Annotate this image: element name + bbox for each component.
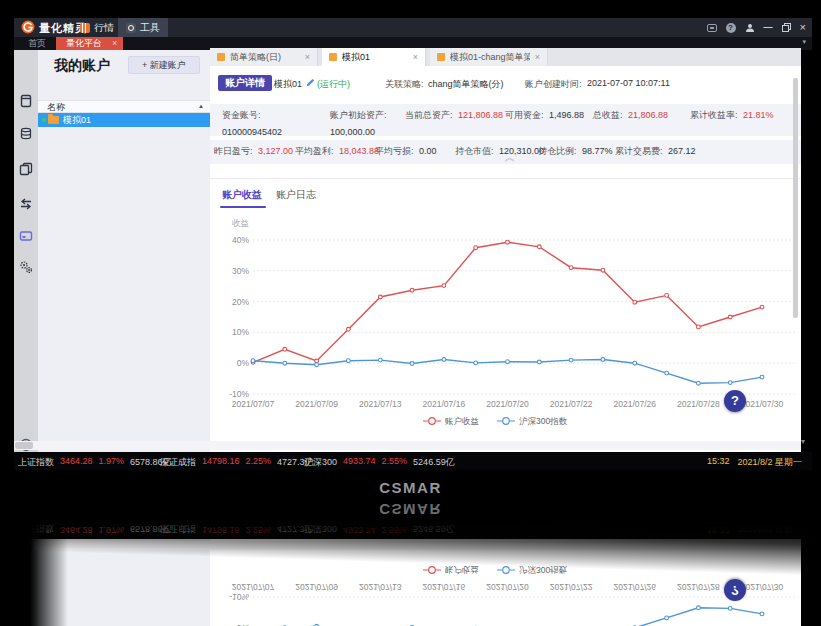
menu-tab-quotes[interactable]: 行情 (72, 18, 122, 37)
clock: 15:32 2021/8/2 星期一 (707, 456, 802, 469)
svg-text:2021/07/13: 2021/07/13 (359, 399, 402, 409)
doc-icon (329, 53, 337, 61)
svg-text:2021/07/16: 2021/07/16 (423, 399, 466, 409)
field-total-assets: 当前总资产: 121,806.88 (405, 109, 503, 122)
journal-icon[interactable] (19, 94, 33, 108)
csmar-watermark: CSMAR (379, 480, 442, 496)
svg-text:沪深300指数: 沪深300指数 (519, 416, 568, 426)
account-item-label: 模拟01 (63, 113, 91, 127)
close-icon[interactable]: × (112, 37, 117, 50)
horizontal-scrollbar-thumb[interactable] (15, 442, 33, 449)
doc-tab-label: 模拟01 (342, 51, 408, 64)
svg-text:2021/07/07: 2021/07/07 (232, 582, 275, 592)
copy-icon[interactable] (19, 162, 33, 176)
sort-asc-icon[interactable]: ▲ (198, 100, 204, 113)
svg-text:2021/07/28: 2021/07/28 (677, 582, 720, 592)
title-bar: 量化精灵 行情 工具 ? — × (14, 18, 812, 37)
horizontal-scrollbar-track (14, 441, 801, 450)
account-folder-icon (48, 116, 59, 124)
svg-text:2021/07/26: 2021/07/26 (613, 582, 656, 592)
doc-tab-sim01-strategy-min[interactable]: 模拟01-chang简单策略(分) × (430, 48, 548, 66)
svg-text:收益: 收益 (232, 218, 250, 228)
asset-summary-band: 资金账号: 010000945402 账户初始资产: 100,000.00 当前… (210, 104, 801, 136)
database-icon[interactable] (19, 127, 33, 141)
created-time-value: 2021-07-07 10:07:11 (587, 78, 670, 88)
doc-icon (217, 53, 225, 61)
field-yesterday-pnl: 昨日盈亏: 3,127.00 (214, 145, 293, 158)
index-csi300: 沪深300 4933.74 2.55% 5246.59亿 (304, 456, 455, 469)
svg-text:2021/07/26: 2021/07/26 (613, 399, 656, 409)
csmar-watermark-reflection: CSMAR (379, 502, 442, 518)
time: 15:32 (707, 456, 730, 469)
minimize-button[interactable]: — (764, 23, 773, 32)
edit-icon[interactable] (306, 78, 315, 87)
doc-tab-label: 模拟01-chang简单策略(分) (450, 51, 530, 64)
close-icon[interactable]: × (305, 52, 310, 62)
svg-text:沪深300指数: 沪深300指数 (519, 565, 568, 575)
svg-text:2021/07/13: 2021/07/13 (359, 582, 402, 592)
close-window-button[interactable]: × (800, 22, 806, 33)
window-help-icon[interactable]: ? (726, 23, 736, 33)
new-account-button[interactable]: + 新建账户 (128, 56, 200, 74)
account-details-badge: 账户详情 (218, 75, 272, 91)
close-icon[interactable]: × (535, 52, 540, 62)
tab-account-returns[interactable]: 账户收益 (222, 188, 262, 202)
svg-text:30%: 30% (232, 266, 249, 276)
close-icon[interactable]: × (413, 52, 418, 62)
collapse-details-icon[interactable]: 《 (502, 150, 516, 164)
doc-icon (437, 53, 445, 61)
tab-home[interactable]: 首页 (20, 37, 54, 50)
tab-overflow-icon[interactable]: ▾ (802, 38, 806, 46)
tab-account-log[interactable]: 账户日志 (276, 188, 316, 202)
doc-tab-strategy-daily[interactable]: 简单策略(日) × (210, 48, 318, 66)
linked-strategy-label: 关联策略: (385, 78, 424, 91)
menu-quotes-label: 行情 (94, 21, 114, 35)
tools-icon (126, 23, 136, 33)
doc-tab-label: 简单策略(日) (230, 51, 300, 64)
tab-quant-platform[interactable]: 量化平台 × (56, 37, 123, 50)
tab-quant-platform-label: 量化平台 (66, 37, 102, 50)
field-avg-loss: 平均亏损: 0.00 (375, 145, 437, 158)
divider (210, 178, 801, 179)
market-status-bar: 上证指数 3464.28 1.97% 6578.86亿 深证成指 14798.1… (14, 452, 812, 470)
menu-tab-tools[interactable]: 工具 (118, 18, 168, 37)
field-available-funds: 可用资金: 1,496.88 (505, 109, 584, 122)
transfer-icon[interactable] (19, 197, 33, 211)
vertical-scrollbar-thumb[interactable] (793, 78, 798, 318)
svg-text:2021/07/22: 2021/07/22 (550, 582, 593, 592)
running-dot-icon (42, 118, 46, 122)
index-shenzhen: 深证成指 14798.16 2.25% 4727.3亿 (160, 456, 314, 469)
field-total-profit: 总收益: 21,806.88 (593, 109, 668, 122)
field-avg-profit: 平均盈利: 18,043.88 (295, 145, 379, 158)
field-initial-assets: 账户初始资产: 100,000.00 (330, 109, 387, 137)
svg-text:2021/07/07: 2021/07/07 (232, 399, 275, 409)
settings-gears-icon[interactable] (19, 260, 33, 274)
app-window: 量化精灵 行情 工具 ? — × (14, 18, 812, 470)
window-controls: ? — × (707, 18, 806, 37)
svg-text:2021/07/28: 2021/07/28 (677, 399, 720, 409)
returns-chart: 收益40%30%20%10%0%-10%2021/07/072021/07/09… (210, 214, 801, 432)
restore-button[interactable] (782, 23, 791, 32)
svg-text:-10%: -10% (229, 389, 249, 399)
field-position-ratio: 持仓比例: 98.77% (538, 145, 613, 158)
account-list-item[interactable]: 模拟01 (38, 113, 210, 127)
icon-rail (14, 50, 38, 452)
created-time-label: 账户创建时间: (525, 78, 582, 91)
help-button[interactable]: ? (724, 390, 746, 412)
name-column-header[interactable]: 名称 (38, 100, 210, 113)
field-position-value: 持仓市值: 120,310.00 (455, 145, 544, 158)
svg-text:2021/07/20: 2021/07/20 (486, 582, 529, 592)
account-details-row: 账户详情 模拟01 (运行中) 关联策略: chang简单策略(分) 账户创建时… (210, 74, 801, 94)
trade-card-icon[interactable] (19, 229, 33, 243)
svg-text:20%: 20% (232, 297, 249, 307)
user-icon[interactable] (745, 23, 755, 33)
field-fund-account: 资金账号: 010000945402 (222, 109, 282, 137)
svg-text:10%: 10% (232, 327, 249, 337)
detail-account-name: 模拟01 (274, 78, 302, 91)
doc-tab-sim01[interactable]: 模拟01 × (322, 48, 426, 66)
svg-text:2021/07/30: 2021/07/30 (741, 399, 784, 409)
screen: 量化精灵 行情 工具 ? — × (0, 0, 821, 626)
skin-icon[interactable] (707, 24, 717, 32)
svg-text:2021/07/20: 2021/07/20 (486, 399, 529, 409)
svg-text:账户收益: 账户收益 (445, 416, 480, 426)
